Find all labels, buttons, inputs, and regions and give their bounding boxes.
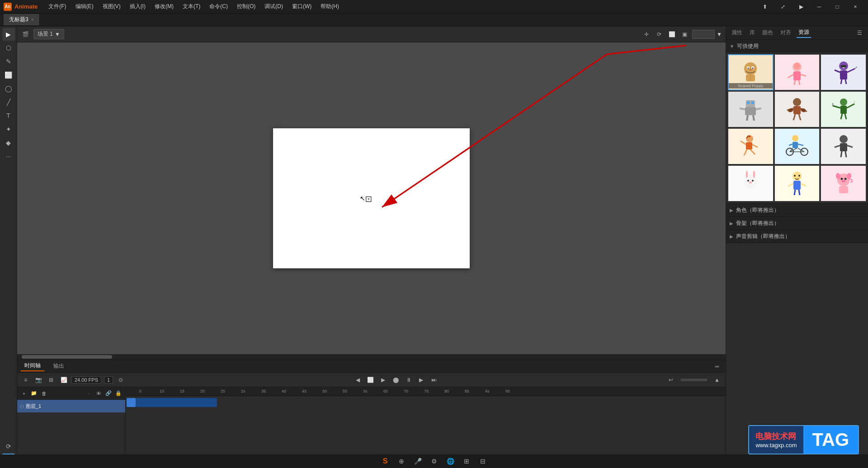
menu-modify[interactable]: 修改(M)	[151, 2, 177, 11]
stage-rotate-icon[interactable]: ⟳	[654, 29, 664, 39]
layer-item[interactable]: ⬡ 图层_1	[17, 400, 125, 412]
undo-btn[interactable]: ↩	[666, 375, 676, 385]
line-tool[interactable]: ╱	[2, 96, 15, 108]
char-warrior[interactable]	[821, 91, 866, 127]
camera-icon[interactable]: 📷	[33, 375, 43, 385]
taskbar-icon-1[interactable]: ⊕	[396, 456, 407, 467]
fullscreen-button[interactable]: ⤢	[774, 0, 792, 14]
camera-tool[interactable]: ⟳	[2, 440, 15, 453]
play-loop-btn[interactable]: ⏭	[429, 375, 439, 385]
characters-header[interactable]: ▶ 角色（即将推出）	[726, 204, 868, 216]
panel-menu[interactable]: ☰	[854, 28, 864, 38]
svg-line-91	[799, 190, 800, 195]
menu-debug[interactable]: 调试(D)	[261, 2, 287, 11]
char-brown-warrior[interactable]	[774, 91, 820, 127]
taskbar-icon-3[interactable]: ⚙	[429, 456, 439, 467]
char-cyclist[interactable]	[774, 128, 820, 164]
char-dancer[interactable]	[728, 128, 774, 164]
taskbar-icon-2[interactable]: 🎤	[412, 456, 423, 467]
zoom-input[interactable]: 100%	[692, 30, 715, 39]
align-tab[interactable]: 对齐	[778, 28, 793, 37]
pencil-tool[interactable]: ✎	[2, 55, 15, 68]
properties-tab[interactable]: 属性	[730, 28, 744, 37]
scene-selector[interactable]: 场景 1 ▼	[33, 29, 64, 39]
library-tab[interactable]: 库	[748, 28, 757, 37]
timeline-tab[interactable]: 时间轴	[21, 361, 44, 371]
horizontal-scrollbar[interactable]	[17, 354, 726, 360]
select-tool[interactable]: ▶	[2, 28, 15, 41]
minimize-button[interactable]: ─	[810, 0, 828, 14]
char-pink-pig[interactable]	[821, 165, 866, 201]
char-dark[interactable]	[821, 128, 866, 164]
zoom-dropdown-icon[interactable]: ▼	[717, 31, 722, 37]
text-tool[interactable]: T	[2, 109, 15, 122]
layer-lock[interactable]: 🔗	[104, 389, 113, 398]
share-button[interactable]: ⬆	[756, 0, 774, 14]
color-tab[interactable]: 颜色	[760, 28, 775, 37]
paint-tool[interactable]: ✦	[2, 123, 15, 136]
menu-window[interactable]: 窗口(W)	[288, 2, 315, 11]
eraser-tool[interactable]: ◆	[2, 136, 15, 149]
layer-eye[interactable]: 👁	[94, 389, 103, 398]
stage-clip-icon[interactable]: ⬜	[667, 29, 677, 39]
delete-layer-btn[interactable]: 🗑	[40, 389, 48, 398]
frame-20: 20	[200, 389, 205, 393]
frame-10: 10	[160, 389, 164, 393]
oval-tool[interactable]: ◯	[2, 82, 15, 95]
stage-toolbar: 🎬 场景 1 ▼ ✛ ⟳ ⬜ ▣ 100% ▼	[17, 26, 726, 42]
more-tools[interactable]: ···	[2, 150, 15, 163]
menu-view[interactable]: 视图(V)	[99, 2, 124, 11]
add-layer-btn[interactable]: +	[20, 389, 28, 398]
output-tab[interactable]: 输出	[50, 361, 68, 371]
restore-button[interactable]: □	[828, 0, 846, 14]
onion-icon[interactable]: ⊙	[116, 375, 126, 385]
char-ninja[interactable]	[821, 54, 866, 90]
taskbar-icon-4[interactable]: 🌐	[445, 456, 456, 467]
transform-tool[interactable]: ⬡	[2, 42, 15, 54]
char-bunny[interactable]	[728, 165, 774, 201]
stage-move-icon[interactable]: ✛	[642, 29, 651, 39]
chart-icon[interactable]: 📈	[59, 375, 69, 385]
taskbar-icon-s[interactable]: S	[380, 456, 391, 467]
menu-file[interactable]: 文件(F)	[45, 2, 70, 11]
menu-control[interactable]: 控制(O)	[233, 2, 259, 11]
play-button[interactable]: ▶	[792, 0, 810, 14]
taskbar-icon-5[interactable]: ⊞	[461, 456, 472, 467]
frame-icon[interactable]: ⬜	[366, 375, 376, 385]
rectangle-tool[interactable]: ⬜	[2, 69, 15, 81]
menu-command[interactable]: 命令(C)	[206, 2, 231, 11]
next-keyframe[interactable]: ▶	[378, 375, 388, 385]
char-scared-puppy[interactable]: Scared Puppy	[728, 54, 774, 90]
char-cartoon-boy[interactable]	[774, 165, 820, 201]
assets-tab[interactable]: 资源	[797, 28, 811, 38]
audio-header[interactable]: ▶ 声音剪辑（即将推出）	[726, 230, 868, 243]
char-pink[interactable]	[774, 54, 820, 90]
speed-slider[interactable]	[680, 379, 708, 381]
scroll-thumb[interactable]	[22, 355, 112, 359]
char-robot[interactable]	[728, 91, 774, 127]
svg-point-81	[747, 180, 749, 182]
skeleton-header[interactable]: ▶ 骨架（即将推出）	[726, 217, 868, 229]
layers-icon[interactable]: ≡	[21, 375, 31, 385]
stage-anchor-icon[interactable]: ▣	[679, 29, 689, 39]
tab-close-button[interactable]: ×	[31, 17, 34, 22]
timeline-collapse[interactable]: ═	[712, 361, 722, 371]
menu-help[interactable]: 帮助(H)	[317, 2, 343, 11]
menu-insert[interactable]: 插入(I)	[126, 2, 149, 11]
close-button[interactable]: ×	[846, 0, 864, 14]
menu-text[interactable]: 文本(T)	[179, 2, 204, 11]
available-header[interactable]: ▼ 可供使用	[726, 40, 868, 52]
add-folder-btn[interactable]: 📁	[30, 389, 38, 398]
pause-btn[interactable]: ⏸	[404, 375, 414, 385]
layer-outline[interactable]: 🔒	[114, 389, 123, 398]
document-tab[interactable]: 无标题3 ×	[4, 14, 40, 25]
taskbar-icon-6[interactable]: ⊟	[477, 456, 488, 467]
ease-btn[interactable]: ▲	[712, 375, 722, 385]
prev-keyframe[interactable]: ◀	[353, 375, 363, 385]
record-btn[interactable]: ⬤	[391, 375, 401, 385]
dark-char-thumbnail	[830, 133, 857, 160]
menu-edit[interactable]: 编辑(E)	[72, 2, 97, 11]
play-anim-btn[interactable]: ▶	[416, 375, 426, 385]
anim-icon[interactable]: ⊞	[46, 375, 56, 385]
tab-title: 无标题3	[9, 16, 28, 23]
